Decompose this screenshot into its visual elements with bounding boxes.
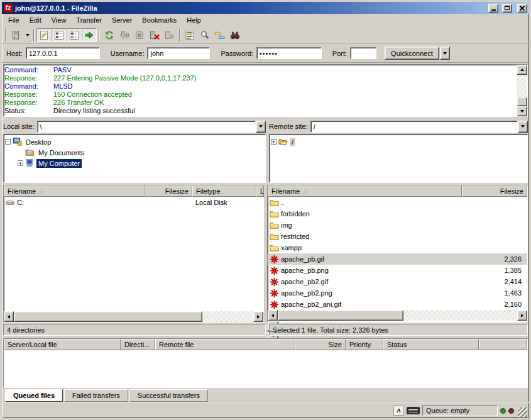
selected-tree-label[interactable]: My Computer [36,159,82,168]
tree-item-my-computer[interactable]: + My Computer [5,158,264,169]
menu-transfer[interactable]: Transfer [71,14,107,26]
scroll-right-button[interactable] [517,310,527,321]
file-row[interactable]: forbidden [268,208,527,219]
column-header-priority[interactable]: Priority [346,339,383,350]
site-manager-dropdown-button[interactable] [23,28,31,42]
column-header-filename[interactable]: Filename [268,185,462,197]
scroll-thumb[interactable] [14,311,202,322]
column-header-remote-file[interactable]: Remote file [155,339,295,350]
menu-file[interactable]: File [3,14,25,26]
chevron-down-icon [443,52,447,55]
expand-expander-icon[interactable]: + [271,139,276,145]
scroll-thumb[interactable] [278,310,403,321]
scroll-thumb[interactable] [517,97,527,106]
directory-comparison-button[interactable] [212,28,227,42]
file-row[interactable]: apache_pb2_ani.gif2,160 [268,299,527,310]
scroll-thumb[interactable] [268,331,278,332]
scroll-right-button[interactable] [253,311,263,322]
scroll-down-button[interactable] [517,106,527,116]
toggle-transfer-queue-button[interactable] [82,28,97,42]
column-header-filename[interactable]: Filename [4,185,145,197]
menu-help[interactable]: Help [182,14,206,26]
file-row-c-drive[interactable]: C: Local Disk [4,197,263,208]
speed-limits-icon[interactable] [407,407,420,414]
menu-server[interactable]: Server [107,14,137,26]
local-horizontal-scrollbar[interactable] [4,311,263,322]
image-file-icon [270,277,279,287]
local-site-combo[interactable]: \ [37,121,266,133]
port-input[interactable] [350,47,376,59]
selected-tree-label[interactable]: / [290,138,295,146]
column-header-status[interactable]: Status [383,339,479,350]
file-row[interactable]: apache_pb2.gif2,414 [268,276,527,287]
remote-site-dropdown-button[interactable] [518,121,528,133]
window-title: john@127.0.0.1 - FileZilla [15,4,484,12]
minimize-button[interactable] [488,4,498,13]
remote-site-combo[interactable]: / [310,121,528,133]
reconnect-button[interactable] [162,28,177,42]
close-button[interactable] [517,4,527,13]
collapse-expander-icon[interactable]: - [5,139,11,145]
site-manager-button[interactable] [8,28,23,42]
column-header-server-local-file[interactable]: Server/Local file [4,339,121,350]
queue-list-area[interactable] [4,350,527,387]
quickconnect-button[interactable]: Quickconnect [385,47,439,60]
username-input[interactable]: john [147,47,210,59]
tree-item-desktop[interactable]: - Desktop [5,136,264,147]
menu-view[interactable]: View [47,14,72,26]
file-row[interactable]: img [268,219,527,231]
column-header-filetype[interactable]: Filetype [192,185,256,197]
toggle-local-tree-button[interactable] [52,28,67,42]
scroll-left-button[interactable] [268,310,278,321]
file-row[interactable]: apache_pb2.png1,463 [268,287,527,299]
resize-grip[interactable] [518,407,527,417]
log-vertical-scrollbar[interactable] [517,65,527,116]
menu-bookmarks[interactable]: Bookmarks [137,14,182,26]
file-row[interactable]: apache_pb.png1,385 [268,265,527,276]
data-type-indicator-icon[interactable]: A [393,406,404,416]
chevron-down-icon [521,125,525,128]
remote-site-value[interactable]: / [310,121,518,133]
cancel-operation-button[interactable] [132,28,147,42]
expand-expander-icon[interactable]: + [18,160,23,166]
refresh-button[interactable] [102,28,117,42]
file-row-selected[interactable]: apache_pb.gif2,326 [268,253,527,265]
tree-item-my-documents[interactable]: My Documents [5,147,264,158]
scroll-track[interactable] [278,310,517,321]
tab-queued-files[interactable]: Queued files [5,389,63,402]
menu-edit[interactable]: Edit [25,14,47,26]
toggle-remote-tree-button[interactable] [67,28,82,42]
file-row[interactable]: restricted [268,231,527,242]
column-header-direction[interactable]: Directi... [121,339,155,350]
scroll-left-button[interactable] [4,311,14,322]
host-input[interactable]: 127.0.0.1 [26,47,100,59]
scroll-track[interactable] [14,311,253,322]
scroll-track[interactable] [517,75,527,106]
tab-successful-transfers[interactable]: Successful transfers [129,389,208,402]
process-queue-button[interactable] [117,28,132,42]
chevron-down-icon [259,125,263,128]
column-header-filesize[interactable]: Filesize [462,185,527,197]
column-header-last-modified[interactable]: L [256,185,264,197]
directory-listing-button[interactable] [182,28,197,42]
remote-horizontal-scrollbar[interactable] [268,310,527,321]
toggle-message-log-button[interactable] [36,28,52,42]
activity-led-green-icon [500,408,506,414]
column-header-filler [479,339,527,350]
quickconnect-dropdown-button[interactable] [440,47,450,60]
filename-filters-button[interactable] [197,28,212,42]
local-site-dropdown-button[interactable] [256,121,266,133]
find-files-button[interactable] [227,28,243,42]
tree-item-root[interactable]: + / [271,136,526,147]
maximize-button[interactable] [502,4,512,13]
remote-list-rows: .. forbidden img restricted xampp apache… [268,197,527,310]
scroll-up-button[interactable] [517,65,527,75]
file-row[interactable]: .. [268,197,527,208]
disconnect-button[interactable] [147,28,162,42]
tab-failed-transfers[interactable]: Failed transfers [64,389,128,402]
file-row[interactable]: xampp [268,242,527,253]
local-site-value[interactable]: \ [37,121,256,133]
column-header-size[interactable]: Size [295,339,346,350]
password-input[interactable]: •••••• [256,47,322,59]
column-header-filesize[interactable]: Filesize [145,185,192,197]
